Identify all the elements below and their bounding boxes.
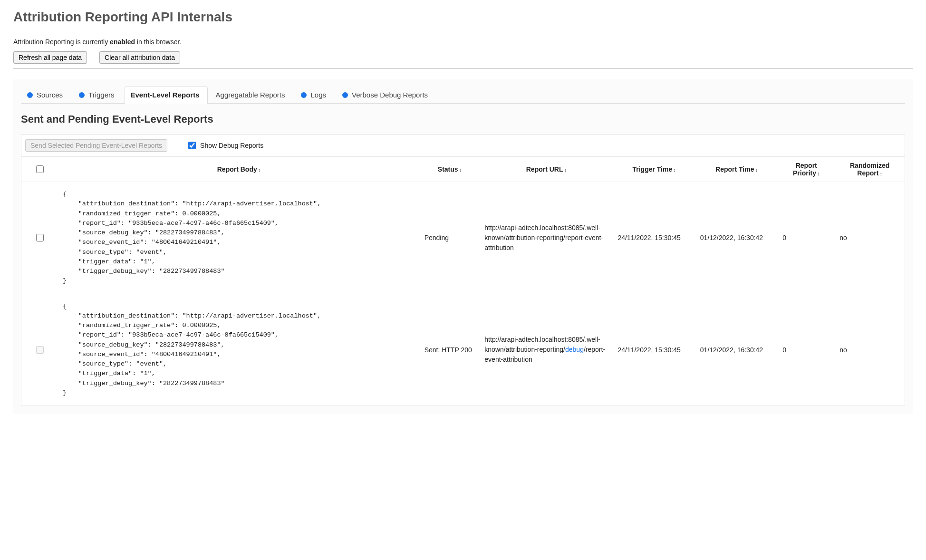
select-all-checkbox[interactable] [36,165,44,173]
sort-icon: ↕ [879,171,882,176]
tab-dot-icon [301,92,307,98]
url-debug-segment: debug [565,346,584,353]
col-report-time[interactable]: Report Time↕ [695,157,778,182]
report-body-json: { "attribution_destination": "http://ara… [63,190,415,286]
sort-icon: ↕ [258,167,261,173]
show-debug-label[interactable]: Show Debug Reports [186,140,263,151]
cell-report-body: { "attribution_destination": "http://ara… [58,294,419,406]
page-title: Attribution Reporting API Internals [13,10,913,25]
tab-aggregatable-reports[interactable]: Aggregatable Reports [210,87,293,104]
cell-randomized: no [835,182,905,294]
table-row: { "attribution_destination": "http://ara… [21,182,905,294]
main-panel: SourcesTriggersEvent-Level ReportsAggreg… [13,79,913,414]
cell-report-time: 01/12/2022, 16:30:42 [695,182,778,294]
cell-report-body: { "attribution_destination": "http://ara… [58,182,419,294]
divider [13,68,913,69]
cell-trigger-time: 24/11/2022, 15:30:45 [613,182,695,294]
cell-priority: 0 [778,182,835,294]
tab-dot-icon [79,92,85,98]
tab-sources[interactable]: Sources [21,87,71,104]
tab-label: Triggers [88,91,114,99]
sort-icon: ↕ [459,167,462,173]
tab-bar: SourcesTriggersEvent-Level ReportsAggreg… [21,79,905,104]
tab-label: Logs [310,91,326,99]
cell-report-url: http://arapi-adtech.localhost:8085/.well… [480,294,613,406]
table-body: { "attribution_destination": "http://ara… [21,182,905,406]
tab-label: Event-Level Reports [131,91,200,99]
tab-dot-icon [27,92,33,98]
top-button-row: Refresh all page data Clear all attribut… [13,51,913,64]
clear-button[interactable]: Clear all attribution data [99,51,180,64]
col-trigger-time[interactable]: Trigger Time↕ [613,157,695,182]
status-prefix: Attribution Reporting is currently [13,38,110,46]
cell-randomized: no [835,294,905,406]
row-select-cell [21,294,58,406]
tab-dot-icon [342,92,348,98]
tab-label: Verbose Debug Reports [352,91,428,99]
reports-table: Report Body↕ Status↕ Report URL↕ Trigger… [21,157,905,406]
cell-status: Pending [420,182,480,294]
section-title: Sent and Pending Event-Level Reports [21,113,905,126]
tab-logs[interactable]: Logs [295,87,334,104]
table-row: { "attribution_destination": "http://ara… [21,294,905,406]
cell-report-url: http://arapi-adtech.localhost:8085/.well… [480,182,613,294]
col-randomized[interactable]: Randomized Report↕ [835,157,905,182]
report-body-json: { "attribution_destination": "http://ara… [63,302,415,398]
col-url[interactable]: Report URL↕ [480,157,613,182]
col-status[interactable]: Status↕ [420,157,480,182]
reports-table-wrap: Send Selected Pending Event-Level Report… [21,134,905,406]
cell-trigger-time: 24/11/2022, 15:30:45 [613,294,695,406]
sort-icon: ↕ [817,171,820,176]
status-line: Attribution Reporting is currently enabl… [13,38,913,46]
table-toolbar: Send Selected Pending Event-Level Report… [21,135,905,157]
send-selected-button[interactable]: Send Selected Pending Event-Level Report… [25,139,167,152]
col-body[interactable]: Report Body↕ [58,157,419,182]
status-bold: enabled [110,38,135,46]
sort-icon: ↕ [755,167,758,173]
row-select-cell [21,182,58,294]
cell-report-time: 01/12/2022, 16:30:42 [695,294,778,406]
cell-priority: 0 [778,294,835,406]
col-priority[interactable]: Report Priority↕ [778,157,835,182]
show-debug-checkbox[interactable] [188,142,196,149]
tab-label: Sources [37,91,63,99]
show-debug-text: Show Debug Reports [200,142,263,149]
row-select-checkbox [36,346,44,354]
col-select-all[interactable] [21,157,58,182]
sort-icon: ↕ [564,167,567,173]
cell-status: Sent: HTTP 200 [420,294,480,406]
status-suffix: in this browser. [135,38,181,46]
sort-icon: ↕ [673,167,676,173]
tab-event-level-reports[interactable]: Event-Level Reports [125,87,208,104]
table-header-row: Report Body↕ Status↕ Report URL↕ Trigger… [21,157,905,182]
url-segment: http://arapi-adtech.localhost:8085/.well… [484,224,603,251]
row-select-checkbox[interactable] [36,234,44,241]
tab-verbose-debug-reports[interactable]: Verbose Debug Reports [336,87,436,104]
tab-triggers[interactable]: Triggers [73,87,122,104]
refresh-button[interactable]: Refresh all page data [13,51,87,64]
tab-label: Aggregatable Reports [216,91,285,99]
